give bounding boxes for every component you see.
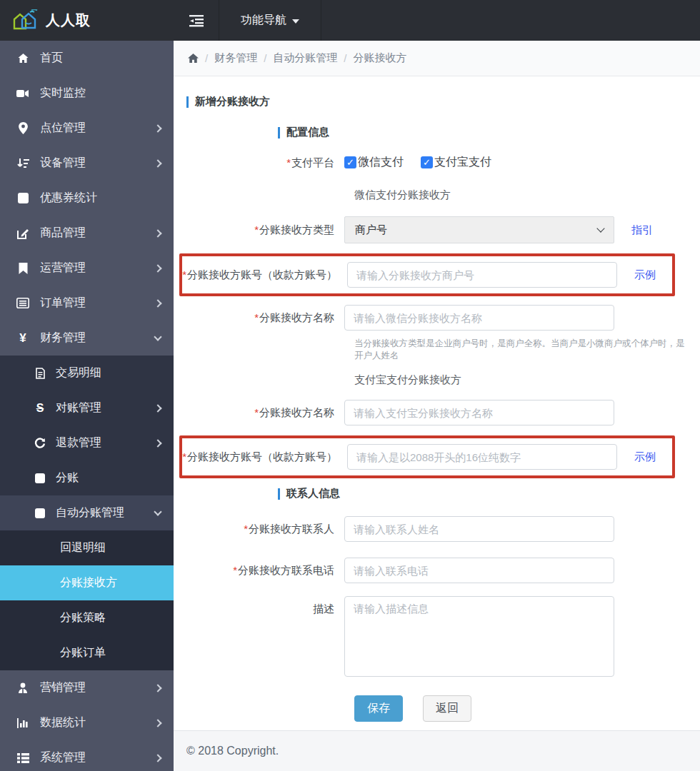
sidebar-item-refunds[interactable]: 退款管理	[0, 425, 174, 460]
description-textarea[interactable]	[344, 596, 614, 677]
breadcrumb: / 财务管理 / 自动分账管理 / 分账接收方	[174, 41, 700, 76]
wechat-group-subtitle: 微信支付分账接收方	[354, 188, 686, 202]
brand-name: 人人取	[46, 11, 91, 30]
sidebar-item-operations[interactable]: 运营管理	[0, 251, 174, 286]
sidebar-item-monitor[interactable]: 实时监控	[0, 76, 174, 111]
wechat-name-hint: 当分账接收方类型是企业商户号时，是商户全称。当商户是小微商户或个体户时，是开户人…	[354, 338, 686, 362]
wechat-account-label: 分账接收方账号（收款方账号）	[187, 268, 337, 281]
section-contact: 联系人信息	[278, 487, 686, 500]
function-nav-dropdown[interactable]: 功能导航	[219, 0, 321, 41]
sidebar-item-coupon-stats[interactable]: 优惠券统计	[0, 181, 174, 216]
sidebar-item-home[interactable]: 首页	[0, 41, 174, 76]
receiver-type-label: 分账接收方类型	[259, 223, 334, 236]
pay-platform-row: *支付平台 ✓ 微信支付 ✓ 支付宝支付	[186, 155, 686, 170]
function-nav-label: 功能导航	[241, 13, 286, 28]
chevron-down-icon	[154, 508, 161, 515]
sort-amount-icon	[16, 158, 30, 169]
description-row: 描述	[186, 596, 686, 677]
bar-chart-icon	[16, 717, 30, 728]
receiver-type-select[interactable]: 商户号	[344, 216, 614, 243]
sidebar-item-reconciliation[interactable]: S 对账管理	[0, 390, 174, 425]
houses-logo-icon	[11, 9, 39, 32]
breadcrumb-item[interactable]: 自动分账管理	[273, 51, 337, 65]
wechat-account-input[interactable]	[347, 262, 617, 288]
wechat-pay-checkbox[interactable]: ✓ 微信支付	[344, 155, 404, 170]
top-header: 人人取 功能导航	[0, 0, 700, 41]
yen-icon: ¥	[16, 332, 30, 344]
home-icon	[16, 53, 30, 64]
sidebar-item-marketing[interactable]: 营销管理	[0, 670, 174, 705]
guide-link[interactable]: 指引	[631, 223, 653, 237]
sidebar-item-profit-sharing[interactable]: 分账	[0, 460, 174, 495]
square-icon	[33, 508, 47, 518]
select-chevron-icon	[596, 224, 604, 232]
square-icon	[16, 193, 30, 203]
alipay-name-input[interactable]	[344, 400, 614, 425]
chevron-right-icon	[154, 719, 161, 727]
pay-platform-label: 支付平台	[291, 156, 334, 168]
copyright-text: © 2018 Copyright.	[186, 745, 279, 757]
checkbox-checked-icon: ✓	[344, 156, 356, 168]
checkbox-checked-icon: ✓	[421, 156, 433, 168]
contact-person-input[interactable]	[344, 516, 614, 542]
example-link[interactable]: 示例	[634, 450, 656, 464]
video-camera-icon	[16, 89, 30, 99]
brand-logo[interactable]: 人人取	[0, 0, 174, 41]
sidebar-item-transaction-detail[interactable]: 交易明细	[0, 356, 174, 390]
sidebar-item-auto-sharing-mgmt[interactable]: 自动分账管理	[0, 495, 174, 530]
file-text-icon	[33, 368, 47, 379]
sidebar-toggle-icon	[189, 14, 204, 27]
wechat-name-input[interactable]	[344, 305, 614, 331]
sidebar-item-products[interactable]: 商品管理	[0, 216, 174, 251]
alipay-group-subtitle: 支付宝支付分账接收方	[354, 373, 686, 387]
wechat-account-highlight-box: *分账接收方账号（收款方账号） 示例	[179, 253, 675, 296]
sidebar-item-finance[interactable]: ¥ 财务管理	[0, 321, 174, 356]
wechat-name-label: 分账接收方名称	[259, 311, 334, 323]
sidebar-item-system[interactable]: 系统管理	[0, 740, 174, 771]
sidebar-item-orders[interactable]: 订单管理	[0, 286, 174, 321]
chevron-right-icon	[154, 754, 161, 762]
alipay-checkbox[interactable]: ✓ 支付宝支付	[421, 155, 491, 170]
breadcrumb-item[interactable]: 分账接收方	[354, 51, 407, 65]
section-config: 配置信息	[278, 126, 686, 139]
sidebar-item-statistics[interactable]: 数据统计	[0, 705, 174, 740]
wechat-name-row: *分账接收方名称	[186, 305, 686, 331]
contact-phone-input[interactable]	[344, 558, 614, 583]
chevron-right-icon	[154, 404, 161, 412]
breadcrumb-item[interactable]: 财务管理	[214, 51, 257, 65]
sidebar-item-devices[interactable]: 设备管理	[0, 146, 174, 181]
alipay-name-label: 分账接收方名称	[259, 406, 334, 418]
save-button[interactable]: 保存	[354, 695, 403, 722]
sidebar: 首页 实时监控 点位管理 设备管理 优惠券统计 商品管理 运营管理	[0, 41, 174, 771]
map-marker-icon	[16, 122, 30, 134]
alipay-account-highlight-box: *分账接收方账号（收款方账号） 示例	[179, 435, 675, 478]
footer: © 2018 Copyright.	[174, 730, 700, 771]
main-area: / 财务管理 / 自动分账管理 / 分账接收方 新增分账接收方 配置信息 *支付…	[174, 41, 700, 771]
example-link[interactable]: 示例	[634, 268, 656, 282]
alipay-account-input[interactable]	[347, 444, 617, 470]
sidebar-item-locations[interactable]: 点位管理	[0, 111, 174, 146]
sidebar-item-sharing-orders[interactable]: 分账订单	[0, 635, 174, 670]
bookmark-icon	[16, 263, 30, 274]
contact-phone-label: 分账接收方联系电话	[238, 564, 334, 576]
sidebar-item-sharing-strategy[interactable]: 分账策略	[0, 600, 174, 635]
app-window: 人人取 功能导航 首页 实时监控	[0, 0, 700, 771]
chevron-right-icon	[154, 159, 161, 167]
chevron-right-icon	[154, 264, 161, 272]
description-label: 描述	[313, 603, 334, 615]
user-group-icon	[16, 682, 30, 694]
list-alt-icon	[16, 298, 30, 308]
sidebar-toggle-button[interactable]	[174, 0, 219, 41]
sidebar-item-sharing-receiver[interactable]: 分账接收方	[0, 565, 174, 600]
square-icon	[33, 473, 47, 483]
back-button[interactable]: 返回	[423, 695, 471, 722]
sidebar-item-rollback-detail[interactable]: 回退明细	[0, 530, 174, 565]
breadcrumb-home-icon[interactable]	[188, 54, 199, 64]
receiver-type-row: *分账接收方类型 商户号 指引	[186, 216, 686, 243]
th-list-icon	[16, 753, 30, 763]
page-title: 新增分账接收方	[186, 95, 686, 109]
chevron-right-icon	[154, 684, 161, 692]
reconciliation-icon: S	[33, 403, 47, 414]
chevron-right-icon	[154, 439, 161, 447]
chevron-right-icon	[154, 229, 161, 237]
